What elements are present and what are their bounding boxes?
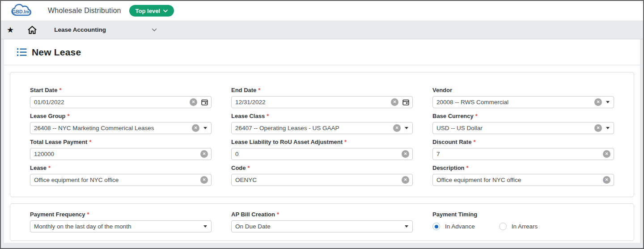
top-level-button[interactable]: Top level: [129, 5, 174, 17]
top-level-label: Top level: [136, 8, 160, 14]
module-selector-label[interactable]: Lease Accounting: [54, 26, 106, 33]
dropdown-caret-icon[interactable]: [606, 127, 610, 129]
field-lease-class: Lease Class* ✕: [231, 113, 413, 134]
lease-group-input[interactable]: [34, 125, 188, 131]
field-vendor: Vendor ✕: [432, 87, 614, 108]
logo-text: GBD.Inc: [12, 9, 31, 14]
ap-bill-creation-select[interactable]: [231, 220, 413, 232]
clear-icon[interactable]: ✕: [192, 124, 199, 132]
page-title: New Lease: [32, 47, 81, 58]
radio-in-advance[interactable]: In Advance: [432, 223, 475, 230]
app-title: Wholesale Distribution: [48, 7, 121, 15]
dropdown-caret-icon[interactable]: [606, 101, 610, 103]
lease-label: Lease*: [30, 165, 212, 172]
required-marker: *: [248, 165, 250, 171]
calendar-icon[interactable]: [402, 99, 409, 106]
favorites-star-icon[interactable]: ★: [7, 26, 14, 34]
payment-frequency-label: Payment Frequency*: [30, 211, 212, 218]
payment-frequency-select[interactable]: [30, 220, 212, 232]
required-marker: *: [475, 113, 478, 119]
ap-bill-creation-value[interactable]: [235, 223, 401, 230]
list-icon: [17, 48, 27, 56]
dropdown-caret-icon[interactable]: [203, 225, 207, 228]
description-label: Description*: [432, 165, 614, 172]
clear-icon[interactable]: ✕: [603, 176, 610, 184]
field-payment-frequency: Payment Frequency*: [30, 211, 212, 232]
radio-unselected-icon[interactable]: [499, 223, 507, 230]
end-date-inputbox: ✕: [231, 96, 413, 108]
end-date-input[interactable]: [235, 99, 387, 106]
required-marker: *: [87, 211, 89, 218]
field-start-date: Start Date* ✕: [30, 87, 212, 108]
required-marker: *: [258, 87, 260, 93]
app-window: GBD.Inc Wholesale Distribution Top level…: [0, 0, 644, 249]
clear-icon[interactable]: ✕: [391, 98, 398, 106]
dropdown-caret-icon[interactable]: [203, 127, 207, 129]
dropdown-caret-icon[interactable]: [405, 127, 408, 129]
lease-class-input[interactable]: [235, 125, 389, 131]
clear-icon[interactable]: ✕: [402, 176, 409, 184]
clear-icon[interactable]: ✕: [190, 98, 197, 106]
payment-frequency-value[interactable]: [34, 223, 199, 230]
total-lease-payment-label: Total Lease Payment*: [30, 139, 212, 146]
top-header: GBD.Inc Wholesale Distribution Top level: [1, 1, 643, 21]
required-marker: *: [344, 139, 347, 145]
payment-timing-label: Payment Timing: [432, 211, 614, 218]
field-description: Description* ✕: [432, 165, 614, 186]
lease-group-inputbox: ✕: [30, 122, 212, 134]
lease-inputbox: ✕: [30, 174, 212, 186]
field-lease-group: Lease Group* ✕: [30, 113, 212, 134]
base-currency-input[interactable]: [436, 125, 590, 131]
dropdown-caret-icon[interactable]: [405, 225, 408, 228]
radio-in-arrears-label: In Arrears: [512, 223, 538, 230]
company-logo: GBD.Inc: [7, 2, 38, 19]
vendor-label: Vendor: [432, 87, 614, 94]
lease-group-label: Lease Group*: [30, 113, 212, 120]
calendar-icon[interactable]: [201, 99, 208, 106]
clear-icon[interactable]: ✕: [603, 150, 610, 158]
discount-rate-input[interactable]: [436, 151, 599, 157]
description-input[interactable]: [436, 177, 599, 183]
start-date-input[interactable]: [34, 99, 186, 106]
total-lease-payment-input[interactable]: [34, 151, 196, 157]
code-inputbox: ✕: [231, 174, 413, 186]
chevron-down-icon: [163, 9, 168, 13]
lease-liability-rou-inputbox: ✕: [231, 148, 413, 160]
lease-class-label: Lease Class*: [231, 113, 413, 120]
clear-icon[interactable]: ✕: [594, 98, 602, 106]
code-input[interactable]: [235, 177, 398, 183]
end-date-label: End Date*: [231, 87, 413, 94]
start-date-inputbox: ✕: [30, 96, 212, 108]
code-label: Code*: [231, 165, 413, 172]
payment-settings-panel: Payment Frequency* AP Bill Creation*: [10, 203, 634, 241]
vendor-inputbox: ✕: [432, 96, 614, 108]
radio-in-arrears[interactable]: In Arrears: [499, 223, 538, 230]
field-total-lease-payment: Total Lease Payment* ✕: [30, 139, 212, 160]
base-currency-label: Base Currency*: [432, 113, 614, 120]
required-marker: *: [89, 139, 91, 145]
clear-icon[interactable]: ✕: [200, 150, 208, 158]
field-discount-rate: Discount Rate* ✕: [432, 139, 614, 160]
vendor-input[interactable]: [436, 99, 590, 106]
clear-icon[interactable]: ✕: [393, 124, 401, 132]
required-marker: *: [466, 165, 469, 171]
lease-input[interactable]: [34, 177, 196, 183]
clear-icon[interactable]: ✕: [402, 150, 409, 158]
module-chevron-down-icon[interactable]: [152, 28, 157, 32]
required-marker: *: [277, 211, 279, 218]
clear-icon[interactable]: ✕: [200, 176, 208, 184]
total-lease-payment-inputbox: ✕: [30, 148, 212, 160]
clear-icon[interactable]: ✕: [594, 124, 602, 132]
home-icon[interactable]: [27, 25, 37, 34]
lease-liability-rou-input[interactable]: [235, 151, 398, 157]
field-base-currency: Base Currency* ✕: [432, 113, 614, 134]
radio-selected-icon[interactable]: [432, 223, 440, 230]
description-inputbox: ✕: [432, 174, 614, 186]
field-ap-bill-creation: AP Bill Creation*: [231, 211, 413, 232]
required-marker: *: [67, 113, 69, 119]
base-currency-inputbox: ✕: [432, 122, 614, 134]
payment-timing-radio-group: In Advance In Arrears: [432, 220, 614, 232]
field-lease-liability-rou: Lease Liability to RoU Asset Adjustment*…: [231, 139, 413, 160]
ap-bill-creation-label: AP Bill Creation*: [231, 211, 413, 218]
field-code: Code* ✕: [231, 165, 413, 186]
